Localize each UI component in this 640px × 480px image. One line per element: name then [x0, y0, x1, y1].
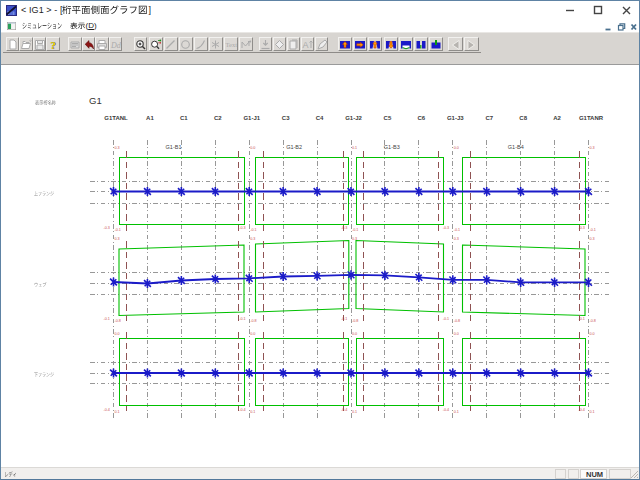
svg-text:G1-B4: G1-B4 — [508, 144, 524, 150]
svg-text:0.1: 0.1 — [590, 410, 595, 414]
svg-text:-0.1: -0.1 — [341, 317, 347, 321]
svg-text:Dd: Dd — [110, 41, 122, 50]
svg-text:G1-B3: G1-B3 — [384, 144, 400, 150]
svg-text:0.1: 0.1 — [454, 410, 459, 414]
svg-text:0.3: 0.3 — [590, 146, 595, 150]
svg-text:G1TANR: G1TANR — [579, 115, 604, 121]
svg-text:C6: C6 — [418, 115, 426, 121]
svg-text:G1: G1 — [89, 95, 102, 106]
svg-text:-0.4: -0.4 — [443, 408, 449, 412]
svg-text:-0.3: -0.3 — [341, 226, 347, 230]
svg-text:-0.4: -0.4 — [104, 408, 110, 412]
svg-text:A: A — [302, 40, 308, 50]
svg-text:-0.3: -0.3 — [443, 226, 449, 230]
svg-text:-0.8: -0.8 — [352, 319, 358, 323]
svg-text:-0.1: -0.1 — [115, 228, 121, 232]
svg-text:-0.8: -0.8 — [250, 319, 256, 323]
svg-text:-0.3: -0.3 — [104, 226, 110, 230]
svg-text:A2: A2 — [553, 115, 561, 121]
svg-text:-0.1: -0.1 — [443, 317, 449, 321]
svg-text:C5: C5 — [384, 115, 392, 121]
svg-text:-0.4: -0.4 — [341, 408, 347, 412]
svg-text:G1TANL: G1TANL — [104, 115, 128, 121]
svg-text:G1-J3: G1-J3 — [447, 115, 464, 121]
svg-text:-0.3: -0.3 — [239, 226, 245, 230]
svg-text:0.0: 0.0 — [590, 332, 595, 336]
svg-text:0.0: 0.0 — [454, 146, 459, 150]
svg-text:0.0: 0.0 — [250, 332, 255, 336]
svg-text:0.0: 0.0 — [115, 332, 120, 336]
svg-text:0.1: 0.1 — [250, 410, 255, 414]
svg-text:-0.1: -0.1 — [352, 228, 358, 232]
svg-text:-0.4: -0.4 — [239, 408, 245, 412]
svg-text:G1-J2: G1-J2 — [345, 115, 362, 121]
svg-text:A1: A1 — [146, 115, 154, 121]
svg-text:-0.1: -0.1 — [104, 317, 110, 321]
svg-text:G1-J1: G1-J1 — [243, 115, 260, 121]
svg-text:G1-B2: G1-B2 — [286, 144, 302, 150]
svg-text:0.3: 0.3 — [590, 237, 595, 241]
svg-text:0.3: 0.3 — [454, 237, 459, 241]
svg-text:-0.4: -0.4 — [579, 408, 585, 412]
svg-text:-0.8: -0.8 — [590, 319, 596, 323]
svg-text:C3: C3 — [282, 115, 290, 121]
svg-text:0.1: 0.1 — [115, 410, 120, 414]
svg-text:C2: C2 — [214, 115, 222, 121]
svg-text:-0.1: -0.1 — [579, 317, 585, 321]
svg-text:-0.1: -0.1 — [590, 228, 596, 232]
svg-text:0.0: 0.0 — [454, 332, 459, 336]
svg-text:-0.8: -0.8 — [115, 319, 121, 323]
svg-text:G1-B1: G1-B1 — [166, 144, 182, 150]
svg-text:0.1: 0.1 — [352, 146, 357, 150]
svg-text:-0.1: -0.1 — [239, 317, 245, 321]
svg-text:C7: C7 — [485, 115, 493, 121]
svg-text:-0.1: -0.1 — [454, 228, 460, 232]
svg-text:-0.1: -0.1 — [250, 228, 256, 232]
svg-text:C1: C1 — [180, 115, 188, 121]
svg-text:0.0: 0.0 — [250, 146, 255, 150]
svg-text:C4: C4 — [316, 115, 324, 121]
svg-text:?: ? — [50, 39, 56, 51]
svg-text:-0.3: -0.3 — [579, 226, 585, 230]
svg-text:0.3: 0.3 — [352, 237, 357, 241]
svg-text:0.3: 0.3 — [115, 146, 120, 150]
svg-text:0.3: 0.3 — [115, 237, 120, 241]
svg-text:-0.8: -0.8 — [454, 319, 460, 323]
svg-text:0.0: 0.0 — [352, 332, 357, 336]
svg-text:Text: Text — [226, 41, 238, 48]
svg-text:C8: C8 — [519, 115, 527, 121]
svg-text:0.1: 0.1 — [352, 410, 357, 414]
svg-text:0.3: 0.3 — [250, 237, 255, 241]
